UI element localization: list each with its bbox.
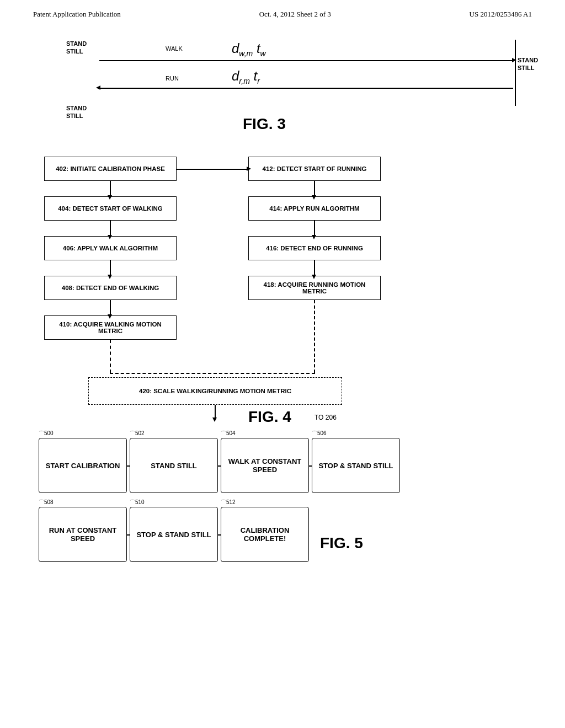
stand-still-topright: STANDSTILL bbox=[518, 56, 538, 72]
bracket-506: ⌒506 bbox=[312, 430, 327, 437]
vline-right bbox=[515, 40, 516, 106]
box-408: 408: DETECT END OF WALKING bbox=[44, 276, 177, 300]
page-header: Patent Application Publication Oct. 4, 2… bbox=[0, 0, 565, 24]
arrow-408-410 bbox=[110, 300, 111, 315]
run-label: RUN bbox=[166, 75, 179, 82]
bracket-504: ⌒504 bbox=[221, 430, 236, 437]
bracket-502: ⌒502 bbox=[130, 430, 145, 437]
box-416: 416: DETECT END OF RUNNING bbox=[248, 236, 381, 260]
header-center: Oct. 4, 2012 Sheet 2 of 3 bbox=[259, 10, 331, 19]
box-420: 420: SCALE WALKING/RUNNING MOTION METRIC bbox=[88, 377, 342, 405]
fig5-diagram: ⌒500 START CALIBRATION ⌒502 STAND STILL … bbox=[33, 427, 532, 609]
walk-label: WALK bbox=[166, 45, 183, 52]
arrow-402-404 bbox=[110, 181, 111, 196]
box-412: 412: DETECT START OF RUNNING bbox=[248, 157, 381, 181]
state-box-500: START CALIBRATION bbox=[39, 438, 127, 493]
arrow-414-416 bbox=[314, 221, 315, 236]
to-206-label: TO 206 bbox=[315, 414, 337, 421]
box-410: 410: ACQUIRE WALKING MOTION METRIC bbox=[44, 315, 177, 340]
box-406: 406: APPLY WALK ALGORITHM bbox=[44, 236, 177, 260]
conn-510-512 bbox=[218, 534, 221, 536]
conn-508-510 bbox=[127, 534, 130, 536]
bracket-500: ⌒500 bbox=[39, 430, 54, 437]
conn-504-506 bbox=[309, 465, 312, 467]
arrow-connect-tip bbox=[247, 167, 251, 171]
arrow-416-418 bbox=[314, 260, 315, 276]
state-box-512: CALIBRATION COMPLETE! bbox=[221, 507, 309, 562]
arrow-420-down bbox=[215, 405, 216, 419]
fig4-label: FIG. 4 bbox=[248, 408, 291, 426]
arrow-connect-h bbox=[177, 169, 248, 170]
dw-label: dw,m tw bbox=[232, 41, 266, 58]
state-box-504: WALK AT CONSTANT SPEED bbox=[221, 438, 309, 493]
header-left: Patent Application Publication bbox=[33, 10, 121, 19]
run-arrow bbox=[99, 88, 513, 89]
fig3-diagram: STANDSTILL WALK dw,m tw RUN dr,m tr STAN… bbox=[33, 30, 532, 151]
arrow-404-406 bbox=[110, 221, 111, 236]
box-402: 402: INITIATE CALIBRATION PHASE bbox=[44, 157, 177, 181]
header-right: US 2012/0253486 A1 bbox=[470, 10, 532, 19]
bracket-510: ⌒510 bbox=[130, 499, 145, 506]
state-box-508: RUN AT CONSTANT SPEED bbox=[39, 507, 127, 562]
state-box-506: STOP & STAND STILL bbox=[312, 438, 400, 493]
dashed-h-420 bbox=[110, 373, 315, 374]
box-404: 404: DETECT START OF WALKING bbox=[44, 196, 177, 221]
dashed-line-418-420 bbox=[314, 300, 315, 373]
dashed-line-410-420 bbox=[110, 340, 111, 373]
fig4-flowchart: 402: INITIATE CALIBRATION PHASE 404: DET… bbox=[33, 157, 532, 427]
fig5-label: FIG. 5 bbox=[320, 534, 363, 552]
state-box-510: STOP & STAND STILL bbox=[130, 507, 218, 562]
arrow-406-408 bbox=[110, 260, 111, 276]
stand-still-topleft: STANDSTILL bbox=[66, 40, 87, 55]
arrow-412-414 bbox=[314, 181, 315, 196]
stand-still-bottomleft: STANDSTILL bbox=[66, 104, 87, 120]
box-414: 414: APPLY RUN ALGORITHM bbox=[248, 196, 381, 221]
box-418: 418: ACQUIRE RUNNING MOTION METRIC bbox=[248, 276, 381, 300]
bracket-508: ⌒508 bbox=[39, 499, 54, 506]
fig3-section: STANDSTILL WALK dw,m tw RUN dr,m tr STAN… bbox=[0, 24, 565, 614]
dr-label: dr,m tr bbox=[232, 68, 260, 85]
conn-502-504 bbox=[218, 465, 221, 467]
fig3-label: FIG. 3 bbox=[243, 115, 286, 133]
conn-500-502 bbox=[127, 465, 130, 467]
bracket-512: ⌒512 bbox=[221, 499, 236, 506]
state-box-502: STAND STILL bbox=[130, 438, 218, 493]
walk-arrow bbox=[99, 60, 513, 61]
